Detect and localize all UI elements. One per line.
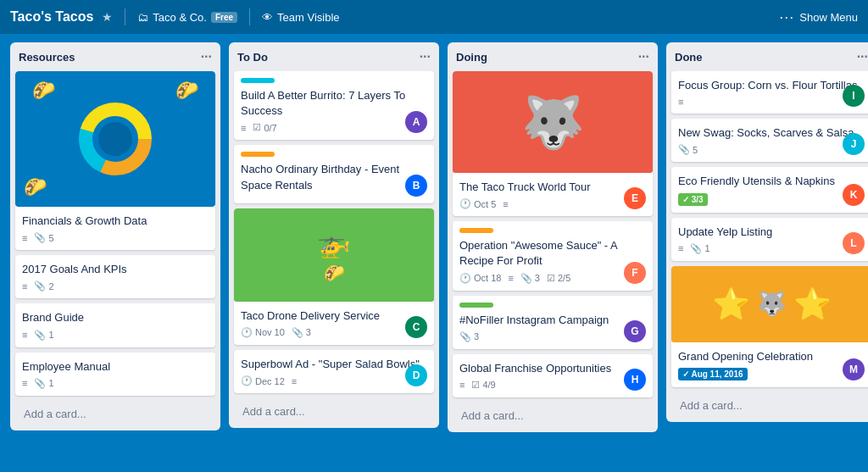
card-superbowl[interactable]: Superbowl Ad - "Super Salad Bowls"🕐Dec 1… — [234, 350, 434, 393]
column-menu-icon[interactable]: ··· — [420, 49, 431, 64]
column-resources: Resources··· 🌮 🌮 🌮 Financials & Growth D… — [10, 42, 220, 430]
card-content: Taco Drone Delivery Service🕐Nov 10📎3 — [234, 302, 434, 345]
card-meta-item: ≡ — [508, 273, 513, 283]
card-trucktour[interactable]: 🐺The Taco Truck World Tour🕐Oct 5≡E — [453, 71, 653, 216]
card-financials[interactable]: 🌮 🌮 🌮 Financials & Growth Data≡📎5 — [15, 71, 215, 250]
card-meta: ≡📎2 — [22, 280, 209, 292]
add-card-button[interactable]: Add a card... — [234, 400, 434, 423]
card-title: New Swag: Socks, Scarves & Salsa — [678, 125, 865, 141]
column-header: To Do··· — [229, 42, 439, 71]
card-meta-item: 📎3 — [459, 331, 479, 342]
workspace-item[interactable]: 🗂 Taco & Co. Free — [137, 11, 237, 24]
card-utensils[interactable]: Eco Friendly Utensils & Napkins✓ 3/3K — [671, 167, 868, 212]
card-title: Nacho Ordinary Birthday - Event Space Re… — [241, 162, 427, 192]
card-burrito[interactable]: Build A Better Burrito: 7 Layers To Succ… — [234, 71, 434, 140]
column-done: Done···Focus Group: Corn vs. Flour Torti… — [666, 42, 868, 422]
card-content: Financials & Growth Data≡📎5 — [15, 207, 215, 250]
visibility-icon: 👁 — [262, 11, 273, 24]
drone-icon: 🚁 — [317, 227, 351, 259]
avatar: M — [843, 358, 865, 380]
column-body: 🌮 🌮 🌮 Financials & Growth Data≡📎52017 Go… — [10, 71, 220, 401]
card-meta-item: 📎1 — [690, 243, 709, 254]
card-meta: ≡📎1 — [22, 378, 209, 389]
column-menu-icon[interactable]: ··· — [638, 49, 649, 64]
column-todo: To Do···Build A Better Burrito: 7 Layers… — [229, 42, 439, 428]
avatar: G — [624, 320, 646, 342]
add-card-button[interactable]: Add a card... — [453, 404, 653, 427]
add-card-button[interactable]: Add a card... — [15, 403, 215, 425]
column-menu-icon[interactable]: ··· — [857, 49, 868, 64]
card-meta: 🕐Oct 5≡ — [459, 198, 646, 209]
card-label — [459, 303, 493, 308]
card-meta-item: ≡ — [292, 376, 297, 386]
card-goals[interactable]: 2017 Goals And KPIs≡📎2 — [15, 255, 215, 298]
card-image: 🌮 🌮 🌮 — [15, 71, 215, 207]
card-meta-item: ≡ — [22, 330, 27, 340]
card-grandopening[interactable]: ⭐ 🐺 ⭐ Grand Opening Celebration✓ Aug 11,… — [671, 266, 868, 387]
visibility-item[interactable]: 👁 Team Visible — [262, 11, 339, 24]
card-meta-item: 📎1 — [34, 330, 53, 341]
card-meta-item: ≡ — [678, 243, 683, 253]
avatar: D — [405, 364, 427, 386]
trello-icon: 🗂 — [137, 11, 148, 24]
card-drone[interactable]: 🚁 🌮 Taco Drone Delivery Service🕐Nov 10📎3… — [234, 208, 434, 345]
card-meta-item: 📎2 — [34, 280, 53, 292]
card-brand[interactable]: Brand Guide≡📎1 — [15, 303, 215, 347]
column-title: Resources — [19, 51, 75, 64]
card-badge: ✓ Aug 11, 2016 — [678, 368, 748, 380]
add-card-button[interactable]: Add a card... — [671, 394, 868, 417]
avatar: L — [843, 232, 865, 254]
card-meta: 📎5 — [678, 144, 865, 155]
card-meta-item: 📎5 — [678, 144, 698, 155]
card-meta-item: ≡ — [503, 199, 508, 209]
card-title: Employee Manual — [22, 359, 209, 375]
show-menu-label: Show Menu — [799, 11, 858, 24]
card-meta-item: 🕐Nov 10 — [241, 327, 285, 338]
card-franchise[interactable]: Global Franchise Opportunities≡☑4/9H — [453, 354, 653, 397]
card-meta-item: 📎5 — [34, 232, 53, 243]
board-title[interactable]: Taco's Tacos — [10, 9, 93, 25]
card-title: Build A Better Burrito: 7 Layers To Succ… — [241, 88, 427, 119]
wolf-icon: 🐺 — [757, 290, 787, 318]
column-menu-icon[interactable]: ··· — [201, 49, 212, 64]
card-meta-item: ☑2/5 — [547, 273, 570, 284]
card-title: Eco Friendly Utensils & Napkins — [678, 174, 865, 189]
avatar: H — [624, 369, 646, 391]
taco-decoration: 🌮 — [175, 80, 198, 102]
card-label — [459, 228, 493, 233]
star-icon: ⭐ — [712, 286, 750, 322]
card-meta: ✓ Aug 11, 2016 — [678, 368, 865, 380]
card-meta-item: ☑0/7 — [253, 122, 276, 133]
card-title: Brand Guide — [22, 310, 209, 325]
card-meta-item: ≡ — [22, 378, 27, 388]
card-focusgroup[interactable]: Focus Group: Corn vs. Flour Tortillas≡I — [671, 71, 868, 114]
card-meta: ≡☑0/7 — [241, 122, 427, 133]
column-title: To Do — [237, 51, 268, 64]
show-menu-button[interactable]: ··· Show Menu — [779, 8, 858, 26]
card-meta: ≡📎1 — [678, 243, 865, 254]
taco-decoration: 🌮 — [24, 176, 47, 198]
card-meta-item: 🕐Oct 5 — [459, 198, 496, 209]
taco-icon: 🌮 — [324, 263, 345, 283]
column-title: Doing — [456, 51, 487, 64]
card-meta-item: ☑4/9 — [471, 380, 495, 391]
card-yelp[interactable]: Update Yelp Listing≡📎1L — [671, 218, 868, 261]
column-header: Resources··· — [10, 42, 220, 71]
header-divider-2 — [249, 8, 250, 25]
card-title: The Taco Truck World Tour — [459, 180, 646, 195]
card-image: ⭐ 🐺 ⭐ — [671, 266, 868, 342]
star-icon[interactable]: ★ — [102, 10, 113, 24]
column-header: Done··· — [666, 42, 868, 71]
card-nacho[interactable]: Nacho Ordinary Birthday - Event Space Re… — [234, 145, 434, 203]
card-title: Focus Group: Corn vs. Flour Tortillas — [678, 78, 865, 93]
donut-chart — [73, 97, 158, 181]
card-meta-item: 📎3 — [520, 273, 540, 284]
card-instagram[interactable]: #NoFiller Instagram Campaign📎3G — [453, 296, 653, 349]
card-swag[interactable]: New Swag: Socks, Scarves & Salsa📎5J — [671, 119, 868, 162]
card-awesomesauce[interactable]: Operation "Awesome Sauce" - A Recipe For… — [453, 221, 653, 290]
card-employee[interactable]: Employee Manual≡📎1 — [15, 353, 215, 396]
card-title: 2017 Goals And KPIs — [22, 262, 209, 277]
card-label — [241, 78, 275, 83]
card-title: #NoFiller Instagram Campaign — [459, 313, 646, 328]
avatar: E — [624, 187, 646, 209]
